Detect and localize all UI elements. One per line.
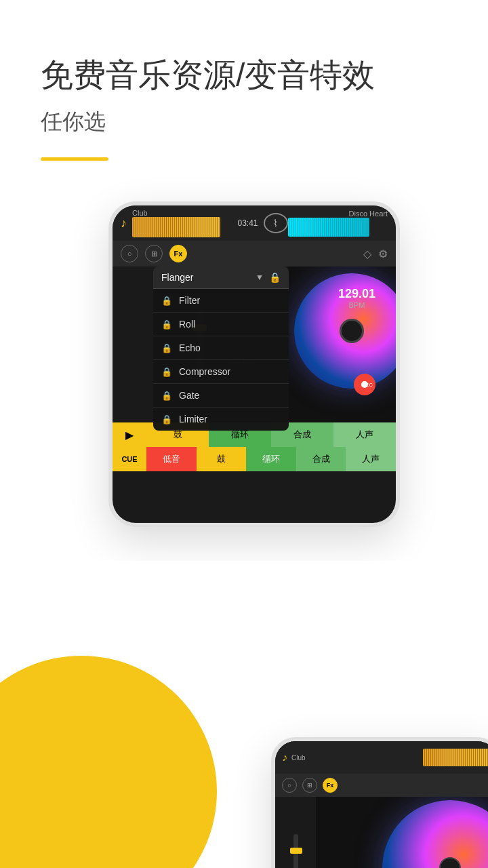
circle-btn[interactable]: ○ xyxy=(121,245,138,262)
waveform-2 xyxy=(423,749,488,766)
waveform-left xyxy=(132,217,220,237)
fader-track-2[interactable] xyxy=(293,834,298,868)
circle-btn-2[interactable]: ○ xyxy=(282,778,297,793)
lock-icon-roll: 🔒 xyxy=(161,319,172,330)
fx-label-limiter: Limiter xyxy=(179,414,207,425)
dj-topbar: ♪ Club 03:41 ⌇ Disco Heart xyxy=(113,205,396,241)
fx-dropdown-header[interactable]: Flanger ▼ 🔒 xyxy=(153,267,289,289)
lock-icon-limiter: 🔒 xyxy=(161,414,172,425)
track-info-left: Club xyxy=(132,209,232,237)
bpm-value: 129.01 xyxy=(338,287,375,301)
track-name-left: Club xyxy=(132,209,232,217)
fx-item-echo[interactable]: 🔒 Echo xyxy=(153,336,289,360)
dropdown-arrow: ▼ xyxy=(256,273,264,282)
lock-icon: 🔒 xyxy=(269,272,281,283)
dj2-right xyxy=(316,797,488,868)
bpm-label: BPM xyxy=(338,301,375,309)
fx-label-gate: Gate xyxy=(179,390,199,401)
lock-icon-compressor: 🔒 xyxy=(161,367,172,377)
fx-btn[interactable]: Fx xyxy=(169,245,187,262)
dj2-main xyxy=(275,797,488,868)
fx-label-roll: Roll xyxy=(179,319,195,330)
dj-right-panel: 129.01 BPM REC xyxy=(287,267,396,422)
lock-icon-echo: 🔒 xyxy=(161,343,172,353)
track-info-right: Disco Heart xyxy=(288,210,388,237)
fx-item-limiter[interactable]: 🔒 Limiter xyxy=(153,408,289,431)
turntable-2[interactable] xyxy=(382,800,488,868)
vocal2-btn[interactable]: 人声 xyxy=(346,447,396,471)
eq-btn-2[interactable]: ⊞ xyxy=(302,778,317,793)
rec-label: REC xyxy=(361,382,373,388)
fx-item-roll[interactable]: 🔒 Roll xyxy=(153,313,289,336)
hero-section: 免费音乐资源/变音特效 任你选 xyxy=(0,0,488,188)
drum2-btn[interactable]: 鼓 xyxy=(197,447,247,471)
music-icon-2: ♪ xyxy=(282,751,287,764)
fx-item-gate[interactable]: 🔒 Gate xyxy=(153,384,289,408)
accent-line xyxy=(41,157,108,161)
lock-icon-filter: 🔒 xyxy=(161,296,172,306)
yellow-blob xyxy=(0,656,217,868)
diamond-icon: ◇ xyxy=(363,248,371,260)
dj-btn-row-2: CUE 低音 鼓 循环 合成 人声 xyxy=(113,447,396,471)
dj2-topbar: ♪ Club xyxy=(275,741,488,774)
main-title: 免费音乐资源/变音特效 xyxy=(41,54,447,96)
fader-thumb-2 xyxy=(290,848,302,854)
dj-screen-1: ♪ Club 03:41 ⌇ Disco Heart ○ ⊞ Fx ◇ xyxy=(113,205,396,523)
sub-title: 任你选 xyxy=(41,107,447,137)
cue-button[interactable]: CUE xyxy=(113,447,146,471)
fx-label-filter: Filter xyxy=(179,295,200,306)
devices-area: ♪ Club 03:41 ⌇ Disco Heart ○ ⊞ Fx ◇ xyxy=(0,201,488,554)
power-button xyxy=(396,294,399,328)
bottom-section: ♪ Club ○ ⊞ Fx xyxy=(0,561,488,868)
fx-label-echo: Echo xyxy=(179,342,201,353)
gear-icon: ⚙ xyxy=(378,248,388,260)
phone-mockup-2: ♪ Club ○ ⊞ Fx xyxy=(271,737,488,868)
loop2-btn[interactable]: 循环 xyxy=(246,447,296,471)
music-icon: ♪ xyxy=(121,216,127,231)
dj2-left xyxy=(275,797,316,868)
play-button[interactable]: ▶ xyxy=(113,422,146,447)
dj-screen-2: ♪ Club ○ ⊞ Fx xyxy=(275,741,488,868)
lock-icon-gate: 🔒 xyxy=(161,391,172,401)
fx-dropdown: Flanger ▼ 🔒 🔒 Filter 🔒 Roll 🔒 Echo xyxy=(153,267,289,431)
fx-item-filter[interactable]: 🔒 Filter xyxy=(153,289,289,313)
track-name-right: Disco Heart xyxy=(288,210,388,218)
dj-controls: ○ ⊞ Fx ◇ ⚙ xyxy=(113,241,396,267)
fx-label-compressor: Compressor xyxy=(179,366,230,377)
bass-btn[interactable]: 低音 xyxy=(146,447,197,471)
bpm-display: 129.01 BPM xyxy=(338,287,375,309)
fx-item-compressor[interactable]: 🔒 Compressor xyxy=(153,360,289,384)
synth2-btn[interactable]: 合成 xyxy=(296,447,346,471)
phone-mockup-1: ♪ Club 03:41 ⌇ Disco Heart ○ ⊞ Fx ◇ xyxy=(108,201,400,527)
dj2-controls: ○ ⊞ Fx xyxy=(275,774,488,797)
dj-time: 03:41 xyxy=(237,218,258,228)
track-name-2: Club xyxy=(291,754,423,762)
eq-btn[interactable]: ⊞ xyxy=(145,245,163,262)
fx-btn-2[interactable]: Fx xyxy=(323,778,338,793)
heartbeat-icon: ⌇ xyxy=(264,213,288,233)
fx-selected: Flanger xyxy=(161,272,256,283)
waveform-right xyxy=(288,218,369,237)
vocal-btn[interactable]: 人声 xyxy=(333,422,396,447)
